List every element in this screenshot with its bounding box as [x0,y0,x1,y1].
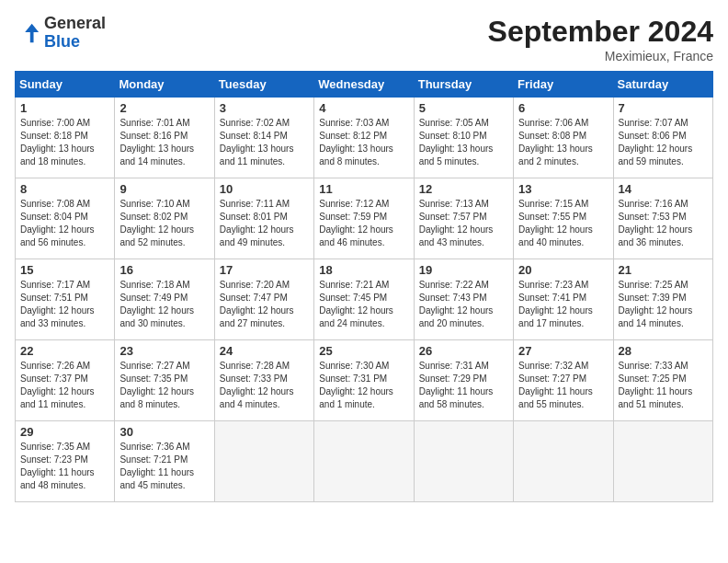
table-row [214,421,313,502]
day-number: 11 [319,182,408,196]
table-row: 24Sunrise: 7:28 AMSunset: 7:33 PMDayligh… [214,340,313,421]
table-row: 26Sunrise: 7:31 AMSunset: 7:29 PMDayligh… [414,340,513,421]
table-row: 27Sunrise: 7:32 AMSunset: 7:27 PMDayligh… [514,340,613,421]
day-info: Sunrise: 7:03 AMSunset: 8:12 PMDaylight:… [319,117,408,168]
table-row: 25Sunrise: 7:30 AMSunset: 7:31 PMDayligh… [314,340,414,421]
day-info: Sunrise: 7:07 AMSunset: 8:06 PMDaylight:… [619,117,708,168]
header-saturday: Saturday [613,72,712,98]
calendar-table: Sunday Monday Tuesday Wednesday Thursday… [15,71,713,502]
day-number: 28 [619,344,708,358]
table-row [314,421,414,502]
calendar-week-row: 15Sunrise: 7:17 AMSunset: 7:51 PMDayligh… [16,259,713,340]
table-row: 13Sunrise: 7:15 AMSunset: 7:55 PMDayligh… [514,178,613,259]
calendar-week-row: 8Sunrise: 7:08 AMSunset: 8:04 PMDaylight… [16,178,713,259]
table-row: 5Sunrise: 7:05 AMSunset: 8:10 PMDaylight… [414,98,513,178]
table-row: 4Sunrise: 7:03 AMSunset: 8:12 PMDaylight… [314,98,414,178]
day-info: Sunrise: 7:18 AMSunset: 7:49 PMDaylight:… [119,279,209,330]
logo: General Blue [15,15,106,52]
table-row: 6Sunrise: 7:06 AMSunset: 8:08 PMDaylight… [514,98,613,178]
svg-marker-0 [25,24,39,43]
day-number: 12 [419,182,508,196]
day-number: 25 [319,344,408,358]
table-row: 16Sunrise: 7:18 AMSunset: 7:49 PMDayligh… [115,259,214,340]
day-number: 6 [518,101,608,115]
table-row: 23Sunrise: 7:27 AMSunset: 7:35 PMDayligh… [115,340,214,421]
weekday-header-row: Sunday Monday Tuesday Wednesday Thursday… [16,72,713,98]
table-row: 2Sunrise: 7:01 AMSunset: 8:16 PMDaylight… [115,98,214,178]
table-row: 14Sunrise: 7:16 AMSunset: 7:53 PMDayligh… [613,178,712,259]
day-info: Sunrise: 7:10 AMSunset: 8:02 PMDaylight:… [119,198,209,249]
day-info: Sunrise: 7:26 AMSunset: 7:37 PMDaylight:… [20,360,109,411]
day-number: 15 [20,263,109,277]
day-number: 18 [319,263,408,277]
logo-text: General Blue [44,15,106,52]
day-number: 9 [119,182,209,196]
day-number: 27 [518,344,608,358]
day-number: 16 [119,263,209,277]
table-row: 12Sunrise: 7:13 AMSunset: 7:57 PMDayligh… [414,178,513,259]
header-tuesday: Tuesday [214,72,313,98]
day-number: 26 [419,344,508,358]
table-row: 21Sunrise: 7:25 AMSunset: 7:39 PMDayligh… [613,259,712,340]
day-info: Sunrise: 7:28 AMSunset: 7:33 PMDaylight:… [220,360,309,411]
day-info: Sunrise: 7:00 AMSunset: 8:18 PMDaylight:… [20,117,109,168]
day-info: Sunrise: 7:02 AMSunset: 8:14 PMDaylight:… [220,117,309,168]
day-info: Sunrise: 7:35 AMSunset: 7:23 PMDaylight:… [20,441,109,492]
day-number: 7 [619,101,708,115]
day-number: 30 [119,425,209,439]
table-row: 17Sunrise: 7:20 AMSunset: 7:47 PMDayligh… [214,259,313,340]
location: Meximieux, France [488,49,713,63]
calendar-week-row: 29Sunrise: 7:35 AMSunset: 7:23 PMDayligh… [16,421,713,502]
logo-blue: Blue [44,32,80,51]
day-info: Sunrise: 7:30 AMSunset: 7:31 PMDaylight:… [319,360,408,411]
day-info: Sunrise: 7:06 AMSunset: 8:08 PMDaylight:… [518,117,608,168]
table-row [414,421,513,502]
day-info: Sunrise: 7:05 AMSunset: 8:10 PMDaylight:… [419,117,508,168]
table-row: 29Sunrise: 7:35 AMSunset: 7:23 PMDayligh… [16,421,115,502]
day-info: Sunrise: 7:20 AMSunset: 7:47 PMDaylight:… [220,279,309,330]
table-row: 3Sunrise: 7:02 AMSunset: 8:14 PMDaylight… [214,98,313,178]
day-number: 10 [220,182,309,196]
day-info: Sunrise: 7:21 AMSunset: 7:45 PMDaylight:… [319,279,408,330]
day-number: 19 [419,263,508,277]
table-row: 10Sunrise: 7:11 AMSunset: 8:01 PMDayligh… [214,178,313,259]
table-row: 28Sunrise: 7:33 AMSunset: 7:25 PMDayligh… [613,340,712,421]
day-number: 23 [119,344,209,358]
table-row: 9Sunrise: 7:10 AMSunset: 8:02 PMDaylight… [115,178,214,259]
table-row: 18Sunrise: 7:21 AMSunset: 7:45 PMDayligh… [314,259,414,340]
day-number: 5 [419,101,508,115]
day-info: Sunrise: 7:17 AMSunset: 7:51 PMDaylight:… [20,279,109,330]
header-wednesday: Wednesday [314,72,414,98]
table-row [613,421,712,502]
day-number: 13 [518,182,608,196]
table-row: 15Sunrise: 7:17 AMSunset: 7:51 PMDayligh… [16,259,115,340]
month-title: September 2024 [488,15,713,49]
day-info: Sunrise: 7:22 AMSunset: 7:43 PMDaylight:… [419,279,508,330]
table-row: 8Sunrise: 7:08 AMSunset: 8:04 PMDaylight… [16,178,115,259]
day-number: 1 [20,101,109,115]
day-info: Sunrise: 7:25 AMSunset: 7:39 PMDaylight:… [619,279,708,330]
calendar-week-row: 22Sunrise: 7:26 AMSunset: 7:37 PMDayligh… [16,340,713,421]
table-row: 11Sunrise: 7:12 AMSunset: 7:59 PMDayligh… [314,178,414,259]
day-info: Sunrise: 7:12 AMSunset: 7:59 PMDaylight:… [319,198,408,249]
day-info: Sunrise: 7:08 AMSunset: 8:04 PMDaylight:… [20,198,109,249]
page-header: General Blue September 2024 Meximieux, F… [15,15,713,63]
day-info: Sunrise: 7:11 AMSunset: 8:01 PMDaylight:… [220,198,309,249]
day-info: Sunrise: 7:27 AMSunset: 7:35 PMDaylight:… [119,360,209,411]
day-info: Sunrise: 7:23 AMSunset: 7:41 PMDaylight:… [518,279,608,330]
day-number: 20 [518,263,608,277]
day-number: 22 [20,344,109,358]
header-monday: Monday [115,72,214,98]
day-number: 24 [220,344,309,358]
day-info: Sunrise: 7:32 AMSunset: 7:27 PMDaylight:… [518,360,608,411]
day-number: 3 [220,101,309,115]
day-number: 14 [619,182,708,196]
day-info: Sunrise: 7:01 AMSunset: 8:16 PMDaylight:… [119,117,209,168]
day-number: 4 [319,101,408,115]
day-number: 2 [119,101,209,115]
day-number: 21 [619,263,708,277]
day-info: Sunrise: 7:15 AMSunset: 7:55 PMDaylight:… [518,198,608,249]
table-row: 7Sunrise: 7:07 AMSunset: 8:06 PMDaylight… [613,98,712,178]
table-row: 22Sunrise: 7:26 AMSunset: 7:37 PMDayligh… [16,340,115,421]
title-block: September 2024 Meximieux, France [488,15,713,63]
